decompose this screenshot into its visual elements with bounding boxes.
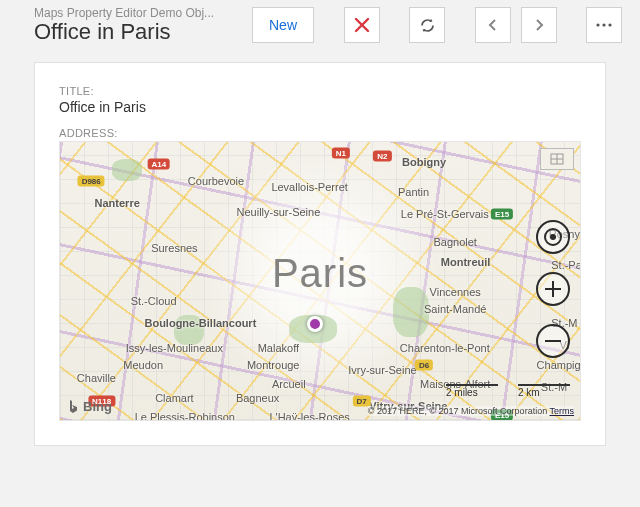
- more-button[interactable]: [586, 7, 622, 43]
- refresh-icon: [419, 17, 436, 34]
- grid-icon: [550, 153, 564, 165]
- map-controls: [536, 220, 570, 358]
- next-button[interactable]: [521, 7, 557, 43]
- terms-link[interactable]: Terms: [550, 406, 575, 416]
- map-copyright: © 2017 HERE, © 2017 Microsoft Corporatio…: [368, 406, 574, 416]
- title-field-value[interactable]: Office in Paris: [59, 99, 581, 115]
- refresh-button[interactable]: [409, 7, 445, 43]
- chevron-right-icon: [532, 18, 546, 32]
- map-widget[interactable]: Paris BobignyCourbevoieLevallois-PerretP…: [59, 141, 581, 421]
- address-field-label: ADDRESS:: [59, 127, 581, 139]
- scale-miles: 2 miles: [446, 384, 498, 398]
- map-nav-toggle[interactable]: [540, 148, 574, 170]
- zoom-in-button[interactable]: [536, 272, 570, 306]
- title-field-label: TITLE:: [59, 85, 581, 97]
- page-title: Office in Paris: [34, 20, 242, 44]
- new-button[interactable]: New: [252, 7, 314, 43]
- map-provider-logo: Bing: [68, 399, 112, 414]
- title-area: Maps Property Editor Demo Obj... Office …: [34, 6, 242, 44]
- detail-card: TITLE: Office in Paris ADDRESS: Paris Bo…: [34, 62, 606, 446]
- map-canvas[interactable]: [60, 142, 580, 420]
- svg-point-1: [602, 23, 605, 26]
- locate-button[interactable]: [536, 220, 570, 254]
- map-marker[interactable]: [307, 316, 323, 332]
- svg-point-0: [596, 23, 599, 26]
- delete-button[interactable]: [344, 7, 380, 43]
- chevron-left-icon: [486, 18, 500, 32]
- bing-icon: [68, 400, 79, 414]
- zoom-out-button[interactable]: [536, 324, 570, 358]
- close-icon: [354, 17, 370, 33]
- breadcrumb[interactable]: Maps Property Editor Demo Obj...: [34, 6, 242, 20]
- topbar: Maps Property Editor Demo Obj... Office …: [0, 0, 640, 50]
- svg-point-2: [608, 23, 611, 26]
- ellipsis-icon: [595, 22, 613, 28]
- prev-button[interactable]: [475, 7, 511, 43]
- map-scalebar: 2 miles 2 km: [446, 384, 570, 398]
- scale-km: 2 km: [518, 384, 570, 398]
